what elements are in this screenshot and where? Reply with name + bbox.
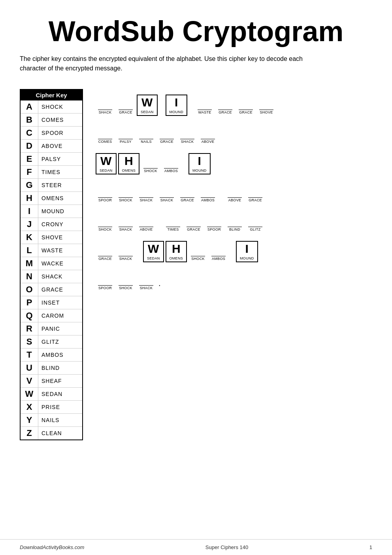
- cipher-letter: F: [21, 166, 38, 178]
- cipher-key-row: XPRISE: [21, 401, 82, 414]
- cipher-word: SPOOR: [38, 127, 67, 139]
- plain-cell: SHACK: [137, 269, 156, 292]
- message-row: COMESPALSYNAILSGRACESHACKABOVE: [95, 118, 372, 146]
- cipher-letter: X: [21, 401, 38, 413]
- word-label: GRACE: [218, 110, 232, 114]
- word-label: SPOOR: [98, 285, 112, 290]
- cipher-word: CLEAN: [38, 427, 65, 439]
- plain-cell: SHOVE: [257, 93, 276, 116]
- big-letter: I: [242, 243, 252, 255]
- word-label: SHACK: [98, 110, 112, 114]
- plain-cell: SHOCK: [96, 210, 115, 233]
- cipher-key-rows: ASHOCKBCOMESCSPOORDABOVEEPALSYFTIMESGSTE…: [21, 100, 82, 439]
- word-box-cell: IMOUND: [236, 241, 258, 262]
- word-label: GRACE: [180, 197, 194, 202]
- cipher-word: STEER: [38, 179, 65, 191]
- cipher-key-table: Cipher Key ASHOCKBCOMESCSPOORDABOVEEPALS…: [20, 89, 83, 440]
- big-letter: W: [148, 243, 159, 255]
- cipher-key-row: SGLITZ: [21, 335, 82, 349]
- plain-cell: SHACK: [96, 93, 115, 116]
- big-letter: I: [172, 97, 181, 108]
- cipher-key-row: EPALSY: [21, 153, 82, 166]
- word-label: SHOCK: [143, 168, 158, 173]
- word-label: SHACK: [139, 285, 153, 290]
- word-label: MOUND: [192, 168, 207, 172]
- word-label: SPOOR: [98, 197, 112, 202]
- cipher-letter: S: [21, 335, 38, 348]
- cipher-key-row: CSPOOR: [21, 127, 82, 140]
- cipher-key-row: KSHOVE: [21, 231, 82, 244]
- word-label: TIMES: [166, 227, 180, 231]
- cipher-word: SHOVE: [38, 231, 66, 244]
- plain-cell: SPOOR: [96, 269, 115, 292]
- word-label: AMBOS: [164, 168, 178, 173]
- cipher-key-row: VSHEAF: [21, 375, 82, 388]
- plain-cell: BLIND: [225, 210, 244, 233]
- big-letter: H: [124, 155, 134, 167]
- cipher-word: SHEAF: [38, 375, 65, 387]
- cipher-letter: T: [21, 349, 38, 361]
- cipher-key-row: BCOMES: [21, 114, 82, 127]
- cipher-letter: J: [21, 218, 38, 231]
- plain-cell: SHOCK: [141, 152, 160, 174]
- plain-cell: GRACE: [184, 210, 203, 233]
- plain-cell: SHOCK: [116, 269, 135, 292]
- plain-cell: ABOVE: [137, 210, 156, 233]
- cipher-word: MOUND: [38, 205, 68, 218]
- cipher-letter: R: [21, 322, 38, 335]
- word-label: BLIND: [228, 227, 242, 231]
- page-title: WordSub Cryptogram: [20, 16, 372, 47]
- plain-cell: PALSY: [116, 122, 135, 145]
- cipher-key-row: NSHACK: [21, 270, 82, 283]
- cipher-key-row: HOMENS: [21, 192, 82, 205]
- cipher-word: AMBOS: [38, 349, 67, 361]
- plain-cell: [137, 237, 141, 262]
- plain-cell: ABOVE: [225, 181, 244, 204]
- cipher-word: COMES: [38, 114, 67, 126]
- message-row: WSEDANHOMENSSHOCKAMBOSIMOUND: [95, 148, 372, 175]
- plain-cell: NAILS: [137, 122, 156, 145]
- big-letter: W: [100, 155, 111, 167]
- word-label: GRACE: [119, 110, 133, 114]
- word-label: SEDAN: [147, 256, 160, 260]
- cipher-key-row: WSEDAN: [21, 388, 82, 401]
- cipher-word: SHACK: [38, 270, 66, 283]
- plain-cell: [157, 208, 162, 233]
- cipher-key-row: OGRACE: [21, 283, 82, 296]
- word-label: MOUND: [240, 256, 254, 260]
- word-label: GLITZ: [248, 227, 262, 231]
- cipher-letter: H: [21, 192, 38, 205]
- word-box-cell: HOMENS: [166, 241, 187, 262]
- cipher-key-row: ZCLEAN: [21, 427, 82, 439]
- plain-cell: AMBOS: [209, 239, 228, 262]
- plain-cell: SHACK: [116, 210, 135, 233]
- word-label: SHACK: [119, 256, 133, 261]
- word-label: SHACK: [180, 139, 194, 144]
- cipher-letter: L: [21, 244, 38, 257]
- cipher-letter: I: [21, 205, 38, 218]
- word-label: GRACE: [98, 256, 112, 261]
- word-label: GRACE: [187, 227, 201, 231]
- word-label: GRACE: [239, 110, 253, 114]
- word-label: AMBOS: [211, 256, 226, 261]
- cipher-letter: A: [21, 100, 38, 113]
- cipher-word: PRISE: [38, 401, 63, 413]
- cipher-key-row: QCAROM: [21, 309, 82, 322]
- word-box-cell: IMOUND: [188, 153, 211, 174]
- cipher-letter: W: [21, 388, 38, 400]
- word-label: MOUND: [170, 110, 184, 114]
- message-row: SPOORSHOCKSHACKSHACKGRACEAMBOSABOVEGRACE: [95, 177, 372, 205]
- cipher-key-row: DABOVE: [21, 140, 82, 153]
- cipher-letter: Y: [21, 414, 38, 426]
- cipher-key-row: ASHOCK: [21, 100, 82, 114]
- cipher-key-row: TAMBOS: [21, 349, 82, 362]
- message-row: GRACESHACKWSEDANHOMENSSHOCKAMBOSIMOUND: [95, 235, 372, 263]
- page-content: WordSub Cryptogram The cipher key contai…: [0, 0, 392, 464]
- dot-cell: .: [156, 278, 163, 289]
- plain-cell: AMBOS: [198, 181, 217, 204]
- word-label: NAILS: [139, 139, 153, 144]
- word-label: AMBOS: [201, 197, 215, 202]
- plain-cell: GRACE: [96, 239, 115, 262]
- cipher-key-row: IMOUND: [21, 205, 82, 218]
- word-label: OMENS: [170, 256, 183, 260]
